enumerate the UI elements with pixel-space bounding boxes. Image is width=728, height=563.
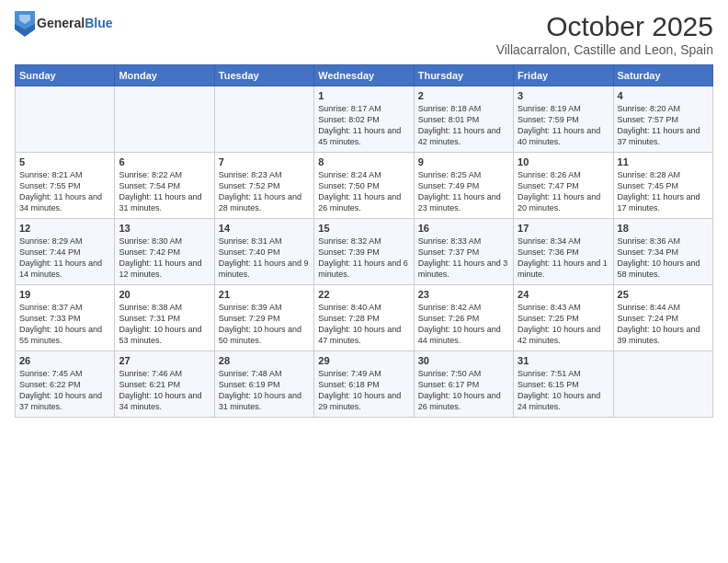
calendar-cell: 17Sunrise: 8:34 AM Sunset: 7:36 PM Dayli… bbox=[514, 219, 613, 285]
day-number: 28 bbox=[219, 355, 310, 366]
calendar-cell: 11Sunrise: 8:28 AM Sunset: 7:45 PM Dayli… bbox=[613, 153, 712, 219]
calendar-table: SundayMondayTuesdayWednesdayThursdayFrid… bbox=[15, 64, 713, 418]
day-number: 18 bbox=[618, 223, 709, 234]
calendar-cell: 20Sunrise: 8:38 AM Sunset: 7:31 PM Dayli… bbox=[115, 285, 214, 351]
weekday-header-thursday: Thursday bbox=[414, 65, 513, 86]
weekday-header-wednesday: Wednesday bbox=[314, 65, 414, 86]
day-number: 3 bbox=[518, 90, 609, 101]
weekday-header-friday: Friday bbox=[514, 65, 613, 86]
weekday-header-sunday: Sunday bbox=[16, 65, 115, 86]
day-info: Sunrise: 8:39 AM Sunset: 7:29 PM Dayligh… bbox=[219, 302, 310, 347]
day-number: 4 bbox=[618, 90, 709, 101]
day-info: Sunrise: 8:37 AM Sunset: 7:33 PM Dayligh… bbox=[19, 302, 110, 347]
calendar-cell: 25Sunrise: 8:44 AM Sunset: 7:24 PM Dayli… bbox=[613, 285, 712, 351]
calendar-cell: 30Sunrise: 7:50 AM Sunset: 6:17 PM Dayli… bbox=[414, 351, 513, 418]
day-info: Sunrise: 8:26 AM Sunset: 7:47 PM Dayligh… bbox=[518, 169, 609, 214]
logo-icon bbox=[15, 11, 35, 37]
day-info: Sunrise: 8:25 AM Sunset: 7:49 PM Dayligh… bbox=[418, 169, 509, 214]
header: GeneralBlue October 2025 Villacarralon, … bbox=[15, 11, 713, 57]
calendar-cell: 21Sunrise: 8:39 AM Sunset: 7:29 PM Dayli… bbox=[214, 285, 313, 351]
calendar-cell: 9Sunrise: 8:25 AM Sunset: 7:49 PM Daylig… bbox=[414, 153, 513, 219]
logo-general-text: General bbox=[37, 16, 85, 30]
calendar-cell: 16Sunrise: 8:33 AM Sunset: 7:37 PM Dayli… bbox=[414, 219, 513, 285]
day-info: Sunrise: 7:48 AM Sunset: 6:19 PM Dayligh… bbox=[219, 368, 310, 413]
calendar-cell: 4Sunrise: 8:20 AM Sunset: 7:57 PM Daylig… bbox=[613, 86, 712, 153]
day-number: 29 bbox=[318, 355, 409, 366]
day-info: Sunrise: 8:34 AM Sunset: 7:36 PM Dayligh… bbox=[518, 236, 609, 281]
day-info: Sunrise: 8:31 AM Sunset: 7:40 PM Dayligh… bbox=[219, 236, 310, 281]
day-info: Sunrise: 7:51 AM Sunset: 6:15 PM Dayligh… bbox=[518, 368, 609, 413]
day-info: Sunrise: 8:24 AM Sunset: 7:50 PM Dayligh… bbox=[318, 169, 409, 214]
day-number: 24 bbox=[518, 289, 609, 300]
calendar-cell: 22Sunrise: 8:40 AM Sunset: 7:28 PM Dayli… bbox=[314, 285, 414, 351]
day-info: Sunrise: 8:38 AM Sunset: 7:31 PM Dayligh… bbox=[119, 302, 210, 347]
day-info: Sunrise: 7:49 AM Sunset: 6:18 PM Dayligh… bbox=[318, 368, 409, 413]
calendar-cell bbox=[115, 86, 214, 153]
page: GeneralBlue October 2025 Villacarralon, … bbox=[0, 0, 728, 563]
calendar-cell: 6Sunrise: 8:22 AM Sunset: 7:54 PM Daylig… bbox=[115, 153, 214, 219]
title-block: October 2025 Villacarralon, Castille and… bbox=[496, 11, 713, 57]
day-info: Sunrise: 8:20 AM Sunset: 7:57 PM Dayligh… bbox=[618, 103, 709, 148]
day-number: 30 bbox=[418, 355, 509, 366]
day-info: Sunrise: 7:46 AM Sunset: 6:21 PM Dayligh… bbox=[119, 368, 210, 413]
calendar-cell: 29Sunrise: 7:49 AM Sunset: 6:18 PM Dayli… bbox=[314, 351, 414, 418]
day-number: 5 bbox=[19, 156, 110, 167]
calendar-cell: 26Sunrise: 7:45 AM Sunset: 6:22 PM Dayli… bbox=[16, 351, 115, 418]
day-info: Sunrise: 8:36 AM Sunset: 7:34 PM Dayligh… bbox=[618, 236, 709, 281]
calendar-cell: 7Sunrise: 8:23 AM Sunset: 7:52 PM Daylig… bbox=[214, 153, 313, 219]
day-number: 17 bbox=[518, 223, 609, 234]
calendar-cell: 15Sunrise: 8:32 AM Sunset: 7:39 PM Dayli… bbox=[314, 219, 414, 285]
day-number: 8 bbox=[318, 156, 409, 167]
day-info: Sunrise: 8:33 AM Sunset: 7:37 PM Dayligh… bbox=[418, 236, 509, 281]
day-info: Sunrise: 8:42 AM Sunset: 7:26 PM Dayligh… bbox=[418, 302, 509, 347]
day-info: Sunrise: 8:32 AM Sunset: 7:39 PM Dayligh… bbox=[318, 236, 409, 281]
day-number: 15 bbox=[318, 223, 409, 234]
day-info: Sunrise: 8:29 AM Sunset: 7:44 PM Dayligh… bbox=[19, 236, 110, 281]
day-number: 25 bbox=[618, 289, 709, 300]
day-info: Sunrise: 7:45 AM Sunset: 6:22 PM Dayligh… bbox=[19, 368, 110, 413]
day-info: Sunrise: 8:19 AM Sunset: 7:59 PM Dayligh… bbox=[518, 103, 609, 148]
day-number: 26 bbox=[19, 355, 110, 366]
calendar-cell: 13Sunrise: 8:30 AM Sunset: 7:42 PM Dayli… bbox=[115, 219, 214, 285]
day-number: 6 bbox=[119, 156, 210, 167]
calendar-cell: 10Sunrise: 8:26 AM Sunset: 7:47 PM Dayli… bbox=[514, 153, 613, 219]
day-number: 21 bbox=[219, 289, 310, 300]
day-number: 2 bbox=[418, 90, 509, 101]
calendar-cell: 8Sunrise: 8:24 AM Sunset: 7:50 PM Daylig… bbox=[314, 153, 414, 219]
day-info: Sunrise: 8:30 AM Sunset: 7:42 PM Dayligh… bbox=[119, 236, 210, 281]
calendar-cell: 12Sunrise: 8:29 AM Sunset: 7:44 PM Dayli… bbox=[16, 219, 115, 285]
calendar-cell: 5Sunrise: 8:21 AM Sunset: 7:55 PM Daylig… bbox=[16, 153, 115, 219]
calendar-cell: 14Sunrise: 8:31 AM Sunset: 7:40 PM Dayli… bbox=[214, 219, 313, 285]
week-row-5: 26Sunrise: 7:45 AM Sunset: 6:22 PM Dayli… bbox=[16, 351, 713, 418]
day-number: 27 bbox=[119, 355, 210, 366]
day-info: Sunrise: 8:22 AM Sunset: 7:54 PM Dayligh… bbox=[119, 169, 210, 214]
week-row-2: 5Sunrise: 8:21 AM Sunset: 7:55 PM Daylig… bbox=[16, 153, 713, 219]
calendar-cell bbox=[613, 351, 712, 418]
calendar-cell: 19Sunrise: 8:37 AM Sunset: 7:33 PM Dayli… bbox=[16, 285, 115, 351]
day-number: 19 bbox=[19, 289, 110, 300]
day-number: 12 bbox=[19, 223, 110, 234]
calendar-cell: 18Sunrise: 8:36 AM Sunset: 7:34 PM Dayli… bbox=[613, 219, 712, 285]
day-number: 9 bbox=[418, 156, 509, 167]
month-title: October 2025 bbox=[496, 11, 713, 42]
calendar-cell: 1Sunrise: 8:17 AM Sunset: 8:02 PM Daylig… bbox=[314, 86, 414, 153]
day-number: 22 bbox=[318, 289, 409, 300]
day-info: Sunrise: 8:28 AM Sunset: 7:45 PM Dayligh… bbox=[618, 169, 709, 214]
day-number: 31 bbox=[518, 355, 609, 366]
day-number: 20 bbox=[119, 289, 210, 300]
day-number: 11 bbox=[618, 156, 709, 167]
week-row-3: 12Sunrise: 8:29 AM Sunset: 7:44 PM Dayli… bbox=[16, 219, 713, 285]
day-number: 13 bbox=[119, 223, 210, 234]
calendar-cell: 27Sunrise: 7:46 AM Sunset: 6:21 PM Dayli… bbox=[115, 351, 214, 418]
day-info: Sunrise: 8:18 AM Sunset: 8:01 PM Dayligh… bbox=[418, 103, 509, 148]
day-info: Sunrise: 8:44 AM Sunset: 7:24 PM Dayligh… bbox=[618, 302, 709, 347]
day-info: Sunrise: 8:23 AM Sunset: 7:52 PM Dayligh… bbox=[219, 169, 310, 214]
calendar-cell: 31Sunrise: 7:51 AM Sunset: 6:15 PM Dayli… bbox=[514, 351, 613, 418]
day-info: Sunrise: 8:21 AM Sunset: 7:55 PM Dayligh… bbox=[19, 169, 110, 214]
weekday-header-saturday: Saturday bbox=[613, 65, 712, 86]
day-info: Sunrise: 8:40 AM Sunset: 7:28 PM Dayligh… bbox=[318, 302, 409, 347]
day-number: 1 bbox=[318, 90, 409, 101]
day-number: 23 bbox=[418, 289, 509, 300]
calendar-cell: 3Sunrise: 8:19 AM Sunset: 7:59 PM Daylig… bbox=[514, 86, 613, 153]
week-row-4: 19Sunrise: 8:37 AM Sunset: 7:33 PM Dayli… bbox=[16, 285, 713, 351]
